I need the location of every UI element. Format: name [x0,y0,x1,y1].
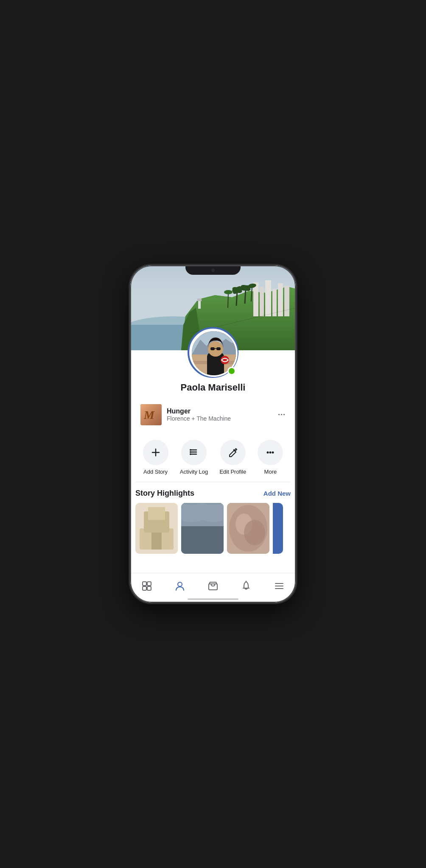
svg-point-44 [190,449,191,451]
highlights-title: Story Highlights [135,489,194,498]
scroll-content: Paola Mariselli M [130,265,296,573]
highlights-row [135,503,291,554]
phone-frame: 2:04 PM ‹ Paola Mariselli [130,265,296,603]
nav-profile[interactable] [169,578,191,594]
svg-rect-12 [284,286,289,316]
bell-icon [241,581,252,592]
svg-point-46 [190,453,191,455]
svg-rect-64 [143,586,146,590]
nav-menu[interactable] [269,578,290,594]
music-card: M Hunger Florence + The Machine [135,400,291,430]
activity-log-button[interactable]: Activity Log [180,440,208,475]
music-info: Hunger Florence + The Machine [167,407,273,422]
music-thumbnail: M [140,404,162,425]
svg-rect-67 [209,584,217,590]
highlight-item-2[interactable] [181,503,224,554]
svg-point-48 [269,452,272,454]
camera [211,268,215,272]
menu-icon [274,581,285,592]
svg-rect-33 [216,347,221,350]
svg-text:M: M [143,408,155,421]
notch [185,265,241,275]
svg-point-47 [267,452,269,454]
activity-log-icon-circle [181,440,207,465]
add-story-button[interactable]: Add Story [143,440,168,475]
svg-point-66 [178,582,182,586]
svg-rect-56 [181,524,224,554]
svg-rect-32 [210,347,215,350]
svg-rect-54 [151,533,162,550]
edit-profile-icon-circle [220,440,246,465]
add-story-icon-circle [143,440,168,465]
profile-name: Paola Mariselli [130,382,296,393]
highlights-section: Story Highlights Add New [130,482,296,557]
music-more-button[interactable]: ··· [278,410,286,419]
more-button[interactable]: More [258,440,283,475]
svg-rect-7 [253,282,258,316]
svg-rect-10 [272,289,277,316]
nav-notifications[interactable] [235,578,257,594]
svg-rect-53 [148,507,165,520]
nav-news-feed[interactable] [136,578,157,594]
phone-screen: 2:04 PM ‹ Paola Mariselli [130,265,296,603]
svg-rect-65 [147,586,151,590]
activity-log-label: Activity Log [180,469,208,475]
svg-rect-9 [265,280,271,316]
svg-point-23 [224,290,233,294]
marketplace-icon [207,581,219,592]
news-feed-icon [141,581,152,592]
svg-rect-24 [198,300,201,309]
svg-rect-62 [143,582,146,586]
svg-rect-63 [147,582,151,586]
more-label: More [264,469,277,475]
edit-profile-label: Edit Profile [219,469,246,475]
svg-point-45 [190,451,191,453]
edit-profile-button[interactable]: Edit Profile [219,440,246,475]
avatar-container [130,327,296,378]
add-story-label: Add Story [143,469,168,475]
svg-rect-8 [260,287,264,316]
svg-rect-25 [197,299,202,301]
svg-point-31 [208,341,223,357]
highlight-item-4[interactable] [273,503,283,554]
nav-marketplace[interactable] [202,578,224,594]
svg-line-17 [245,289,246,304]
svg-line-22 [228,293,228,308]
highlight-item-1[interactable] [135,503,178,554]
music-artist: Florence + The Machine [167,415,273,422]
more-icon-circle [258,440,283,465]
profile-icon [174,581,185,592]
home-indicator [188,598,238,600]
music-title: Hunger [167,407,273,415]
highlight-item-3[interactable] [227,503,269,554]
add-new-button[interactable]: Add New [263,490,291,497]
svg-point-61 [244,520,265,545]
highlights-header: Story Highlights Add New [135,489,291,498]
action-buttons: Add Story [130,436,296,482]
svg-point-49 [272,452,274,454]
profile-section: Paola Mariselli M [130,327,296,561]
online-indicator [227,367,236,375]
